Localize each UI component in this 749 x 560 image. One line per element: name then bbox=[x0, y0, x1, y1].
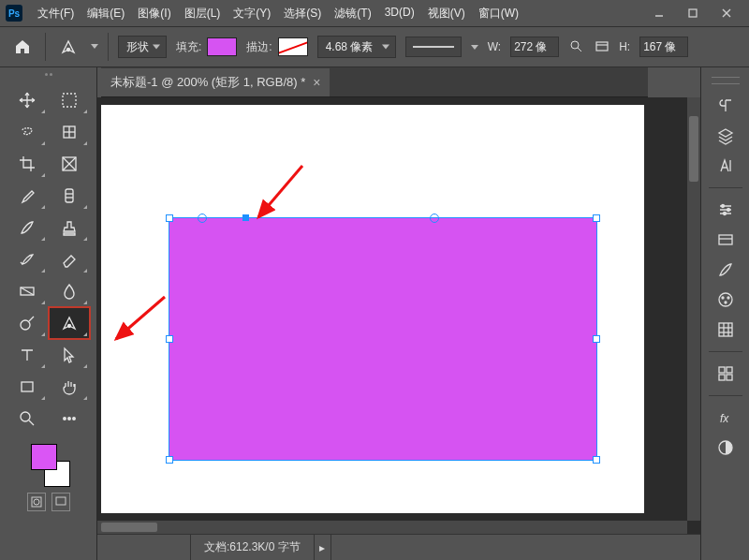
svg-rect-38 bbox=[719, 235, 732, 244]
stamp-tool[interactable] bbox=[49, 212, 90, 243]
menu-window[interactable]: 窗口(W) bbox=[473, 2, 524, 25]
swatches-panel-icon[interactable] bbox=[709, 316, 742, 344]
menu-layer[interactable]: 图层(L) bbox=[179, 2, 227, 25]
panel-grip[interactable] bbox=[712, 77, 740, 84]
aspect-lock-icon[interactable] bbox=[595, 38, 609, 56]
svg-text:fx: fx bbox=[720, 412, 729, 425]
channels-panel-icon[interactable] bbox=[709, 434, 742, 462]
paragraph-panel-icon[interactable] bbox=[709, 92, 742, 120]
svg-line-6 bbox=[578, 48, 581, 52]
minimize-button[interactable] bbox=[642, 2, 676, 24]
right-panel: fx bbox=[700, 67, 749, 560]
svg-rect-50 bbox=[727, 367, 732, 373]
stroke-style-select[interactable] bbox=[405, 37, 462, 57]
stroke-width-value: 4.68 像素 bbox=[326, 39, 374, 55]
brush-tool[interactable] bbox=[7, 212, 48, 243]
stroke-width-input[interactable]: 4.68 像素 bbox=[317, 36, 396, 58]
separator bbox=[108, 33, 109, 61]
eraser-tool[interactable] bbox=[49, 243, 90, 275]
document-canvas[interactable] bbox=[101, 105, 644, 513]
color-panel-icon[interactable] bbox=[709, 286, 742, 314]
tab-close-icon[interactable]: × bbox=[313, 75, 320, 90]
app-logo: Ps bbox=[6, 5, 22, 22]
maximize-button[interactable] bbox=[676, 2, 710, 24]
zoom-tool[interactable] bbox=[7, 403, 48, 435]
brush-panel-icon[interactable] bbox=[709, 256, 742, 284]
pen-tool-indicator-icon[interactable] bbox=[55, 34, 81, 60]
properties-panel-icon[interactable] bbox=[709, 360, 742, 388]
marquee-tool[interactable] bbox=[49, 84, 90, 116]
layers-panel-icon[interactable] bbox=[709, 122, 742, 150]
rectangle-tool[interactable] bbox=[7, 371, 48, 403]
height-label: H: bbox=[619, 40, 630, 53]
home-icon[interactable] bbox=[9, 34, 36, 60]
pen-tool[interactable] bbox=[49, 307, 90, 339]
toolbox bbox=[0, 67, 97, 560]
eyedropper-tool[interactable] bbox=[7, 180, 48, 212]
doc-info-menu-icon[interactable]: ▸ bbox=[315, 535, 331, 560]
document-tab[interactable]: 未标题-1 @ 200% (矩形 1, RGB/8) * × bbox=[101, 68, 330, 96]
height-value: 167 像 bbox=[643, 39, 676, 55]
svg-point-25 bbox=[21, 412, 30, 421]
path-select-tool[interactable] bbox=[49, 339, 90, 371]
title-bar: Ps 文件(F) 编辑(E) 图像(I) 图层(L) 文字(Y) 选择(S) 滤… bbox=[0, 0, 749, 26]
doc-info[interactable]: 文档:612.3K/0 字节 bbox=[191, 535, 315, 560]
frame-tool[interactable] bbox=[49, 148, 90, 180]
gradient-tool[interactable] bbox=[7, 275, 48, 307]
close-button[interactable] bbox=[710, 2, 743, 24]
menu-type[interactable]: 文字(Y) bbox=[228, 2, 276, 25]
tool-dropdown-icon[interactable] bbox=[91, 44, 98, 50]
menu-file[interactable]: 文件(F) bbox=[32, 2, 80, 25]
screen-mode-icon[interactable] bbox=[51, 493, 70, 511]
link-wh-icon[interactable] bbox=[568, 38, 585, 55]
svg-rect-32 bbox=[56, 497, 66, 505]
panel-separator bbox=[709, 351, 742, 352]
move-tool[interactable] bbox=[7, 84, 48, 116]
stroke-style-dropdown-icon[interactable] bbox=[471, 45, 478, 50]
menu-edit[interactable]: 编辑(E) bbox=[81, 2, 130, 25]
main-menu: 文件(F) 编辑(E) 图像(I) 图层(L) 文字(Y) 选择(S) 滤镜(T… bbox=[32, 2, 524, 25]
menu-image[interactable]: 图像(I) bbox=[132, 2, 176, 25]
shape-mode-select[interactable]: 形状 bbox=[118, 36, 167, 58]
styles-panel-icon[interactable]: fx bbox=[709, 404, 742, 432]
width-value: 272 像 bbox=[514, 39, 547, 55]
fill-color-swatch[interactable] bbox=[207, 37, 237, 56]
blur-tool[interactable] bbox=[49, 275, 90, 307]
type-tool[interactable] bbox=[7, 339, 48, 371]
horizontal-scroll-thumb[interactable] bbox=[101, 523, 157, 532]
menu-view[interactable]: 视图(V) bbox=[422, 2, 471, 25]
quick-select-tool[interactable] bbox=[49, 116, 90, 148]
width-input[interactable]: 272 像 bbox=[510, 37, 559, 57]
hand-tool[interactable] bbox=[49, 371, 90, 403]
color-swatch-pair[interactable] bbox=[27, 444, 70, 487]
horizontal-scrollbar[interactable] bbox=[97, 521, 687, 534]
foreground-color-swatch[interactable] bbox=[31, 444, 57, 470]
menu-filter[interactable]: 滤镜(T) bbox=[329, 2, 376, 25]
lasso-tool[interactable] bbox=[7, 116, 48, 148]
document-tab-title: 未标题-1 @ 200% (矩形 1, RGB/8) * bbox=[110, 74, 305, 91]
healing-tool[interactable] bbox=[49, 180, 90, 212]
quick-mask-icon[interactable] bbox=[27, 493, 46, 511]
zoom-level-box[interactable] bbox=[97, 535, 191, 560]
svg-rect-51 bbox=[719, 375, 725, 380]
crop-tool[interactable] bbox=[7, 148, 48, 180]
libraries-panel-icon[interactable] bbox=[709, 226, 742, 254]
separator bbox=[45, 33, 46, 61]
history-brush-tool[interactable] bbox=[7, 243, 48, 275]
stroke-color-swatch[interactable] bbox=[278, 37, 308, 56]
dodge-tool[interactable] bbox=[7, 307, 48, 339]
vertical-scroll-thumb[interactable] bbox=[689, 116, 698, 182]
edit-toolbar[interactable] bbox=[49, 403, 90, 435]
svg-line-22 bbox=[29, 317, 34, 321]
svg-point-4 bbox=[67, 49, 70, 52]
height-input[interactable]: 167 像 bbox=[639, 37, 688, 57]
character-panel-icon[interactable] bbox=[709, 152, 742, 180]
adjustments-panel-icon[interactable] bbox=[709, 196, 742, 224]
menu-3d[interactable]: 3D(D) bbox=[379, 2, 420, 25]
screen-mode-row bbox=[0, 493, 96, 511]
menu-select[interactable]: 选择(S) bbox=[278, 2, 327, 25]
rectangle-shape[interactable] bbox=[169, 217, 597, 461]
vertical-scrollbar[interactable] bbox=[687, 97, 700, 521]
svg-point-43 bbox=[725, 302, 727, 303]
toolbox-grip[interactable] bbox=[0, 67, 96, 81]
